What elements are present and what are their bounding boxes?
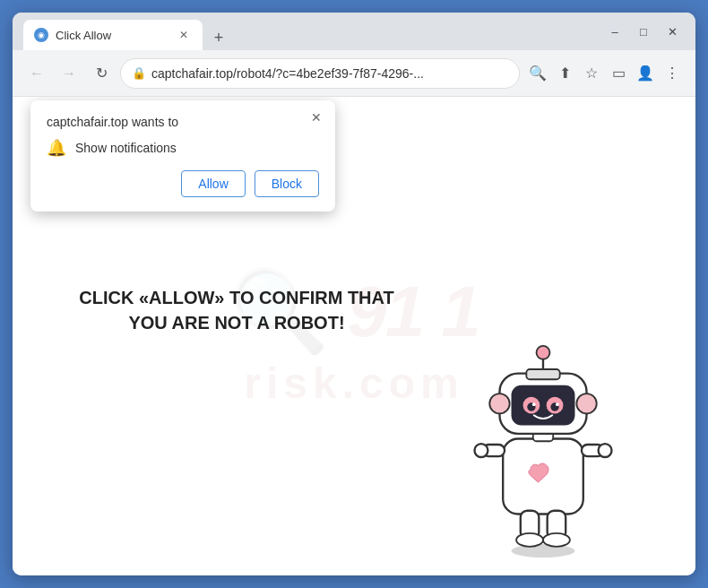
new-tab-button[interactable]: + — [206, 25, 231, 50]
tab-favicon: ◉ — [34, 28, 48, 42]
browser-tab[interactable]: ◉ Click Allow ✕ — [23, 20, 203, 50]
block-button[interactable]: Block — [255, 170, 319, 197]
allow-button[interactable]: Allow — [181, 170, 245, 197]
bell-icon: 🔔 — [47, 138, 66, 158]
page-content: 🔍 91 1 risk.com ✕ captchafair.top wants … — [13, 97, 695, 575]
title-bar: ◉ Click Allow ✕ + – □ ✕ — [13, 13, 695, 50]
robot-container — [445, 307, 642, 558]
search-icon[interactable]: 🔍 — [525, 61, 550, 86]
back-button[interactable]: ← — [23, 60, 50, 87]
popup-notification-row: 🔔 Show notifications — [47, 138, 319, 158]
svg-point-18 — [576, 393, 596, 413]
svg-rect-19 — [526, 369, 559, 379]
popup-title: captchafair.top wants to — [47, 115, 319, 129]
tab-title: Click Allow — [56, 29, 168, 42]
robot-illustration — [445, 307, 642, 558]
popup-close-btn[interactable]: ✕ — [307, 108, 326, 127]
svg-point-4 — [474, 444, 488, 457]
bookmark-icon[interactable]: ☆ — [579, 61, 604, 86]
svg-point-23 — [543, 533, 570, 547]
svg-point-5 — [599, 444, 612, 457]
svg-point-13 — [532, 402, 536, 406]
popup-buttons: Allow Block — [47, 170, 319, 197]
url-text: captchafair.top/robot4/?c=4be2ef39-7f87-… — [151, 66, 508, 81]
page-main-text: CLICK «ALLOW» TO CONFIRM THAT YOU ARE NO… — [66, 285, 407, 335]
extensions-icon[interactable]: ▭ — [606, 61, 631, 86]
svg-point-0 — [512, 544, 575, 558]
svg-point-16 — [537, 346, 550, 359]
menu-icon[interactable]: ⋮ — [660, 61, 685, 86]
popup-notification-text: Show notifications — [75, 141, 177, 155]
window-controls: – □ ✕ — [602, 19, 685, 44]
refresh-button[interactable]: ↻ — [88, 60, 115, 87]
lock-icon: 🔒 — [132, 66, 146, 80]
svg-point-14 — [556, 402, 559, 406]
notification-popup: ✕ captchafair.top wants to 🔔 Show notifi… — [30, 100, 335, 212]
address-bar: ← → ↻ 🔒 captchafair.top/robot4/?c=4be2ef… — [13, 50, 695, 97]
svg-point-17 — [489, 393, 509, 413]
close-button[interactable]: ✕ — [660, 19, 685, 44]
forward-button[interactable]: → — [56, 60, 82, 87]
profile-icon[interactable]: 👤 — [633, 61, 658, 86]
tab-area: ◉ Click Allow ✕ + — [20, 13, 231, 50]
toolbar-icons: 🔍 ⬆ ☆ ▭ 👤 ⋮ — [525, 61, 685, 86]
browser-window: ◉ Click Allow ✕ + – □ ✕ ← → ↻ 🔒 captchaf… — [13, 13, 695, 575]
share-icon[interactable]: ⬆ — [552, 61, 577, 86]
svg-point-22 — [516, 533, 543, 547]
tab-close-btn[interactable]: ✕ — [176, 27, 192, 43]
url-bar[interactable]: 🔒 captchafair.top/robot4/?c=4be2ef39-7f8… — [120, 58, 520, 89]
maximize-button[interactable]: □ — [631, 19, 656, 44]
minimize-button[interactable]: – — [602, 19, 627, 44]
